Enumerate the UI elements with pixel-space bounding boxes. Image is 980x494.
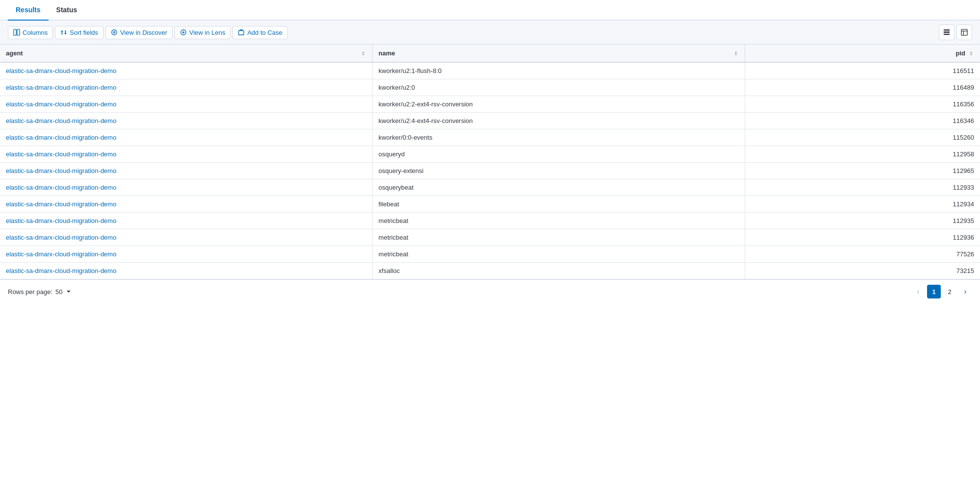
name-cell: filebeat: [373, 196, 745, 213]
table-row: elastic-sa-dmarx-cloud-migration-demokwo…: [0, 96, 980, 113]
pid-cell: 112958: [745, 146, 980, 163]
agent-cell[interactable]: elastic-sa-dmarx-cloud-migration-demo: [0, 163, 373, 179]
name-cell: metricbeat: [373, 213, 745, 229]
agent-cell[interactable]: elastic-sa-dmarx-cloud-migration-demo: [0, 263, 373, 279]
col-header-agent[interactable]: agent: [0, 45, 373, 62]
pid-cell: 116346: [745, 113, 980, 129]
view-in-discover-button[interactable]: View in Discover: [105, 26, 173, 39]
table-row: elastic-sa-dmarx-cloud-migration-demokwo…: [0, 113, 980, 129]
pid-cell: 77526: [745, 246, 980, 263]
table-row: elastic-sa-dmarx-cloud-migration-demoxfs…: [0, 263, 980, 279]
toolbar: Columns Sort fields View in Discover Vie…: [0, 21, 980, 45]
agent-cell[interactable]: elastic-sa-dmarx-cloud-migration-demo: [0, 146, 373, 163]
svg-rect-8: [944, 34, 950, 35]
svg-rect-5: [239, 31, 244, 35]
svg-rect-7: [944, 31, 950, 33]
page-1-button[interactable]: 1: [927, 285, 941, 298]
agent-cell[interactable]: elastic-sa-dmarx-cloud-migration-demo: [0, 96, 373, 113]
table-row: elastic-sa-dmarx-cloud-migration-demokwo…: [0, 79, 980, 96]
agent-cell[interactable]: elastic-sa-dmarx-cloud-migration-demo: [0, 129, 373, 146]
pid-cell: 116489: [745, 79, 980, 96]
name-cell: kworker/u2:0: [373, 79, 745, 96]
tab-results[interactable]: Results: [8, 0, 49, 21]
page-2-button[interactable]: 2: [943, 285, 956, 298]
table-row: elastic-sa-dmarx-cloud-migration-demomet…: [0, 213, 980, 229]
table-row: elastic-sa-dmarx-cloud-migration-demoosq…: [0, 179, 980, 196]
svg-point-2: [112, 30, 117, 35]
pid-cell: 115260: [745, 129, 980, 146]
name-cell: kworker/u2:2-ext4-rsv-conversion: [373, 96, 745, 113]
name-cell: kworker/0:0-events: [373, 129, 745, 146]
view-in-lens-button[interactable]: View in Lens: [175, 26, 230, 39]
rows-per-page-selector[interactable]: Rows per page: 50: [8, 288, 72, 296]
single-view-icon: [961, 29, 968, 36]
pid-cell: 112935: [745, 213, 980, 229]
sort-agent-icon: [360, 50, 366, 56]
case-icon: [238, 29, 245, 36]
col-header-name[interactable]: name: [373, 45, 745, 62]
tabs-bar: Results Status: [0, 0, 980, 21]
pid-cell: 112933: [745, 179, 980, 196]
sort-fields-button[interactable]: Sort fields: [55, 26, 103, 39]
agent-cell[interactable]: elastic-sa-dmarx-cloud-migration-demo: [0, 229, 373, 246]
svg-rect-9: [961, 29, 967, 35]
columns-button[interactable]: Columns: [8, 26, 53, 39]
single-view-button[interactable]: [956, 25, 972, 40]
table-row: elastic-sa-dmarx-cloud-migration-demomet…: [0, 229, 980, 246]
add-to-case-button[interactable]: Add to Case: [232, 26, 288, 39]
name-cell: xfsalloc: [373, 263, 745, 279]
svg-rect-0: [14, 29, 16, 35]
sort-icon: [60, 29, 67, 36]
next-page-button[interactable]: ›: [958, 285, 972, 298]
table-row: elastic-sa-dmarx-cloud-migration-demokwo…: [0, 129, 980, 146]
pagination: ‹ 1 2 ›: [911, 285, 972, 298]
pid-cell: 112965: [745, 163, 980, 179]
discover-icon: [111, 29, 118, 36]
table-header-row: agent name pid: [0, 45, 980, 62]
agent-cell[interactable]: elastic-sa-dmarx-cloud-migration-demo: [0, 213, 373, 229]
prev-page-button[interactable]: ‹: [911, 285, 925, 298]
name-cell: kworker/u2:4-ext4-rsv-conversion: [373, 113, 745, 129]
pid-cell: 116356: [745, 96, 980, 113]
table-row: elastic-sa-dmarx-cloud-migration-demomet…: [0, 246, 980, 263]
name-cell: metricbeat: [373, 229, 745, 246]
table-row: elastic-sa-dmarx-cloud-migration-demoosq…: [0, 163, 980, 179]
pid-cell: 112936: [745, 229, 980, 246]
table-view-button[interactable]: [939, 25, 955, 40]
name-cell: osquery-extensi: [373, 163, 745, 179]
table-row: elastic-sa-dmarx-cloud-migration-demofil…: [0, 196, 980, 213]
pid-cell: 73215: [745, 263, 980, 279]
agent-cell[interactable]: elastic-sa-dmarx-cloud-migration-demo: [0, 196, 373, 213]
pid-cell: 116511: [745, 62, 980, 79]
svg-point-3: [113, 31, 115, 33]
agent-cell[interactable]: elastic-sa-dmarx-cloud-migration-demo: [0, 246, 373, 263]
svg-rect-6: [944, 29, 950, 31]
col-header-pid[interactable]: pid: [745, 45, 980, 62]
name-cell: kworker/u2:1-flush-8:0: [373, 62, 745, 79]
sort-pid-icon: [968, 50, 974, 56]
name-cell: osquerybeat: [373, 179, 745, 196]
table-row: elastic-sa-dmarx-cloud-migration-demoosq…: [0, 146, 980, 163]
table-view-icon: [943, 29, 950, 36]
rows-per-page-chevron-icon: [66, 289, 72, 295]
toolbar-view-options: [939, 25, 972, 40]
agent-cell[interactable]: elastic-sa-dmarx-cloud-migration-demo: [0, 62, 373, 79]
table-row: elastic-sa-dmarx-cloud-migration-demokwo…: [0, 62, 980, 79]
name-cell: osqueryd: [373, 146, 745, 163]
svg-rect-1: [17, 29, 20, 35]
sort-name-icon: [733, 50, 739, 56]
results-table: agent name pid: [0, 45, 980, 279]
table-footer: Rows per page: 50 ‹ 1 2 ›: [0, 279, 980, 303]
lens-icon: [180, 29, 187, 36]
agent-cell[interactable]: elastic-sa-dmarx-cloud-migration-demo: [0, 179, 373, 196]
agent-cell[interactable]: elastic-sa-dmarx-cloud-migration-demo: [0, 113, 373, 129]
pid-cell: 112934: [745, 196, 980, 213]
name-cell: metricbeat: [373, 246, 745, 263]
tab-status[interactable]: Status: [49, 0, 85, 21]
columns-icon: [13, 29, 20, 36]
agent-cell[interactable]: elastic-sa-dmarx-cloud-migration-demo: [0, 79, 373, 96]
